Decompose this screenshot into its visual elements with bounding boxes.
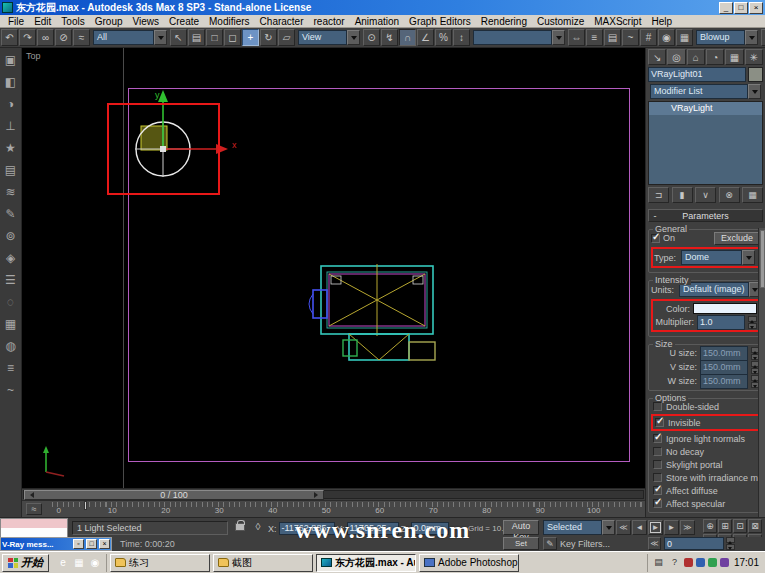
layer-manager-icon[interactable]: ▤ (604, 29, 621, 46)
go-to-end-icon[interactable]: ≫ (680, 520, 695, 535)
desktop-icon[interactable]: ▦ (72, 556, 86, 570)
parameters-rollout-header[interactable]: - Parameters (648, 209, 763, 222)
menu-item[interactable]: MAXScript (589, 15, 646, 28)
chevron-down-icon[interactable] (347, 30, 360, 45)
option-checkbox[interactable]: ✓ (653, 499, 662, 508)
cloth-icon[interactable]: ◧ (2, 74, 20, 90)
menu-item[interactable]: Edit (29, 15, 56, 28)
chevron-down-icon[interactable] (154, 30, 167, 45)
make-unique-icon[interactable]: ∨ (695, 187, 716, 203)
quick-render-icon[interactable]: ◐ (761, 29, 765, 46)
gem-icon[interactable]: ◈ (2, 250, 20, 266)
minimize-button[interactable]: _ (719, 2, 733, 14)
modifier-stack[interactable]: VRayLight (648, 101, 763, 185)
taskbar-task[interactable]: 练习 (110, 554, 210, 572)
on-checkbox[interactable]: ✓ (651, 234, 660, 243)
link-icon[interactable]: ∞ (37, 29, 54, 46)
menu-item[interactable]: Modifiers (204, 15, 255, 28)
multiplier-spinner[interactable] (748, 316, 757, 329)
coordinate-system-dropdown[interactable]: View (298, 30, 360, 45)
menu-item[interactable]: Character (255, 15, 309, 28)
vray-restore-button[interactable]: □ (86, 539, 97, 549)
wave-icon[interactable]: ~ (2, 382, 20, 398)
option-checkbox[interactable] (653, 460, 662, 469)
window-crossing-icon[interactable]: ◻ (224, 29, 241, 46)
zoom-extents-all-icon[interactable]: ⊠ (748, 519, 762, 533)
snap-toggle-icon[interactable]: ∩ (399, 29, 416, 46)
lines-icon[interactable]: ≡ (2, 360, 20, 376)
menu-item[interactable]: Rendering (476, 15, 532, 28)
angle-snap-icon[interactable]: ∠ (417, 29, 434, 46)
media-icon[interactable]: ◉ (88, 556, 102, 570)
undo-icon[interactable]: ↶ (1, 29, 18, 46)
multiplier-field[interactable]: 1.0 (697, 315, 745, 330)
remove-modifier-icon[interactable]: ⊗ (719, 187, 740, 203)
configure-sets-icon[interactable]: ▦ (742, 187, 763, 203)
select-and-rotate-icon[interactable]: ↻ (260, 29, 277, 46)
restore-button[interactable]: □ (734, 2, 748, 14)
menu-item[interactable]: File (3, 15, 29, 28)
menu-item[interactable]: Help (646, 15, 677, 28)
tray-app-icon[interactable] (708, 558, 717, 567)
menu-item[interactable]: Create (164, 15, 204, 28)
option-checkbox[interactable]: ✓ (653, 434, 662, 443)
play-icon[interactable]: ► (648, 520, 663, 535)
curve-editor-icon[interactable]: ~ (622, 29, 639, 46)
zoom-all-icon[interactable]: ⊞ (718, 519, 732, 533)
time-slider-handle[interactable]: 0 / 100 (24, 490, 324, 500)
selection-lock-icon[interactable] (235, 523, 245, 531)
key-mode-dropdown[interactable]: Selected (543, 520, 615, 535)
select-object-icon[interactable]: ↖ (170, 29, 187, 46)
disc-icon[interactable]: ◍ (2, 338, 20, 354)
tray-app-icon[interactable] (696, 558, 705, 567)
zoom-extents-icon[interactable]: ⊡ (733, 519, 747, 533)
menu-item[interactable]: Animation (350, 15, 404, 28)
sphere-icon[interactable]: ◑ (2, 96, 20, 112)
chevron-down-icon[interactable] (552, 30, 565, 45)
panel-scrollbar[interactable] (758, 228, 765, 517)
collapse-icon[interactable]: - (649, 211, 661, 221)
maxscript-mini-listener[interactable] (0, 518, 68, 538)
menu-item[interactable]: Tools (56, 15, 89, 28)
unlink-icon[interactable]: ⊘ (55, 29, 72, 46)
option-checkbox[interactable] (653, 473, 662, 482)
help-icon[interactable]: ? (668, 556, 681, 569)
lock-icon[interactable]: ▣ (2, 52, 20, 68)
object-color-swatch[interactable] (748, 67, 763, 82)
time-slider[interactable]: 0 / 100 (22, 488, 645, 500)
percent-snap-icon[interactable]: % (435, 29, 452, 46)
spinner-snap-icon[interactable]: ↕ (453, 29, 470, 46)
tab-create[interactable]: ↘ (648, 49, 666, 65)
chevron-down-icon[interactable] (602, 520, 615, 535)
chevron-down-icon[interactable] (745, 30, 758, 45)
current-frame-field[interactable]: 0 (664, 537, 724, 550)
window-icon[interactable]: ▤ (2, 162, 20, 178)
modifier-list-dropdown[interactable]: Modifier List (650, 84, 761, 99)
light-type-dropdown[interactable]: Dome (681, 250, 755, 265)
star-icon[interactable]: ★ (2, 140, 20, 156)
taskbar-task[interactable]: Adobe Photoshop (419, 554, 519, 572)
select-and-manipulate-icon[interactable]: ↯ (381, 29, 398, 46)
antivirus-icon[interactable] (720, 558, 729, 567)
browser-icon[interactable]: e (56, 556, 70, 570)
units-dropdown[interactable]: Default (image) (679, 282, 762, 297)
ring-icon[interactable]: ⊚ (2, 228, 20, 244)
tab-modify[interactable]: ◎ (667, 49, 685, 65)
named-selection-sets-dropdown[interactable] (473, 30, 565, 45)
pen-icon[interactable]: ✎ (2, 206, 20, 222)
vray-close-button[interactable]: × (99, 539, 110, 549)
menu-item[interactable]: Graph Editors (404, 15, 476, 28)
select-and-scale-icon[interactable]: ▱ (278, 29, 295, 46)
zoom-icon[interactable]: ⊕ (703, 519, 717, 533)
menu-item[interactable]: Views (128, 15, 165, 28)
layers-icon[interactable]: ≋ (2, 184, 20, 200)
object-name-field[interactable]: VRayLight01 (648, 67, 746, 82)
top-viewport[interactable]: Top x y (22, 48, 645, 488)
selection-filter-dropdown[interactable]: All (93, 30, 167, 45)
vray-minimize-button[interactable]: ▫ (73, 539, 84, 549)
anchor-icon[interactable]: ⊥ (2, 118, 20, 134)
option-checkbox[interactable] (653, 447, 662, 456)
menu-item[interactable]: Group (90, 15, 128, 28)
use-pivot-center-icon[interactable]: ⊙ (363, 29, 380, 46)
go-to-start-icon[interactable]: ≪ (616, 520, 631, 535)
